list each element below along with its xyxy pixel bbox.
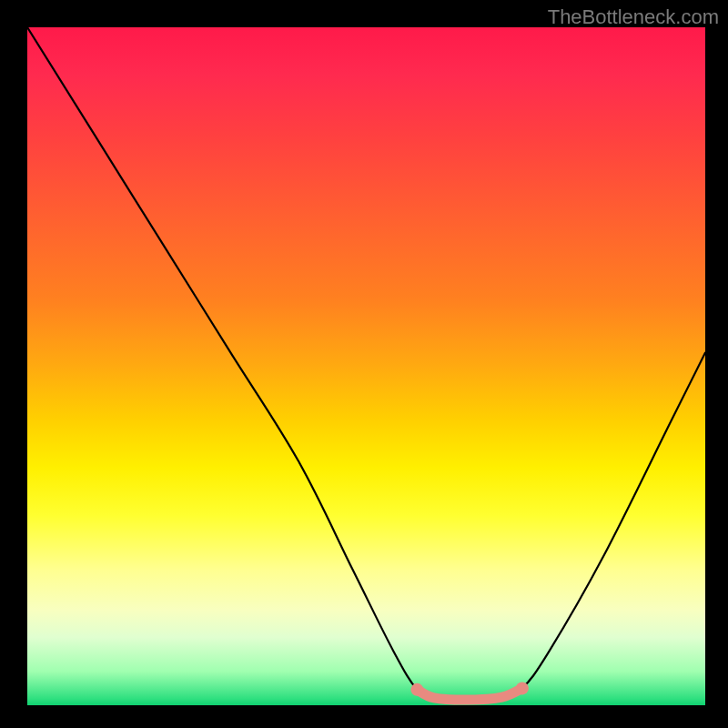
curve-svg [27, 27, 705, 705]
optimal-range-segment [417, 688, 521, 700]
optimal-range-end-dot [516, 682, 529, 694]
watermark-text: TheBottleneck.com [548, 5, 719, 29]
plot-area [27, 27, 705, 705]
bottleneck-curve-path [27, 27, 705, 700]
optimal-range-start-dot [410, 683, 423, 696]
